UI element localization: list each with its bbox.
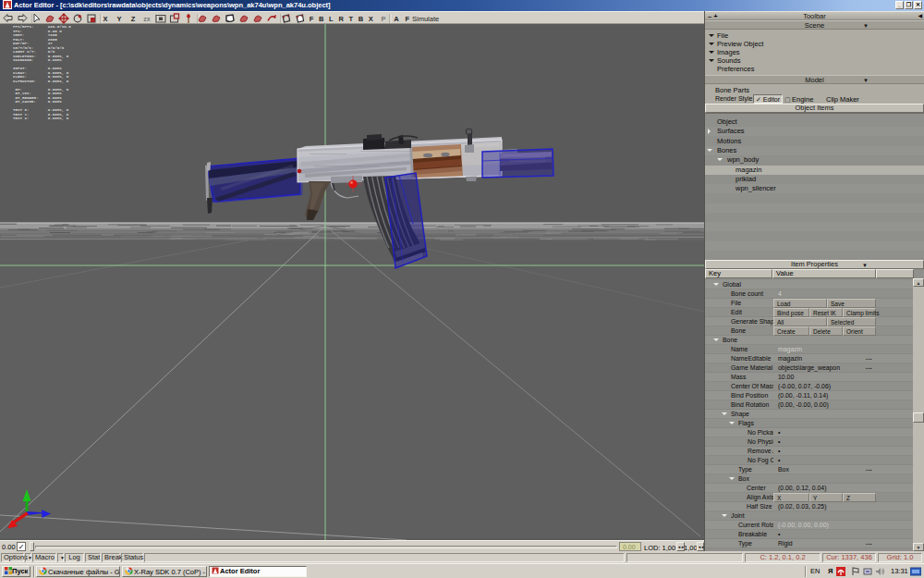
svg-text:zx: zx <box>143 16 151 22</box>
svg-text:X: X <box>103 15 107 23</box>
svg-text:L: L <box>329 15 334 23</box>
svg-text:P: P <box>381 15 385 23</box>
svg-text:F: F <box>406 15 410 23</box>
svg-text:B: B <box>359 15 364 23</box>
svg-text:Y: Y <box>116 15 121 23</box>
svg-text:Z: Z <box>131 15 136 23</box>
svg-text:X: X <box>369 15 373 23</box>
svg-text:R: R <box>338 15 344 23</box>
svg-text:T: T <box>349 15 354 23</box>
svg-text:A: A <box>394 15 399 23</box>
svg-text:Simulate: Simulate <box>412 15 439 23</box>
svg-text:B: B <box>319 15 324 23</box>
svg-text:F: F <box>310 15 314 23</box>
